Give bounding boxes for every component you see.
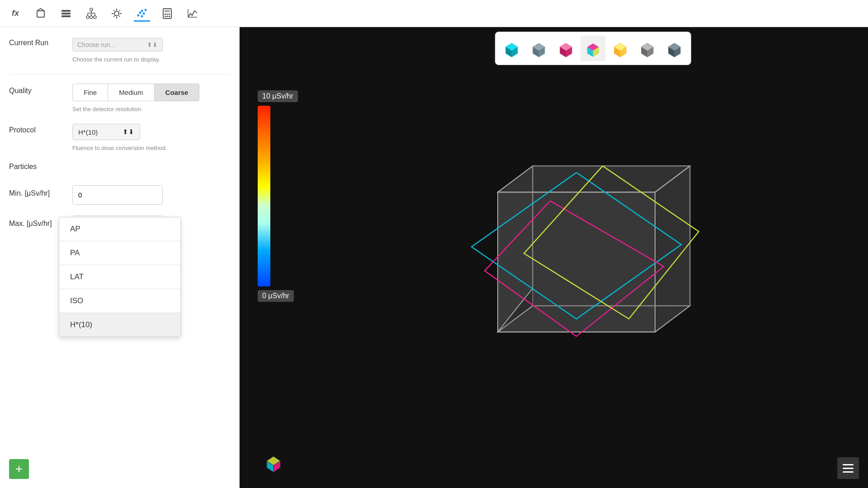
particles-label: Particles	[9, 163, 63, 171]
min-dose-section: Min. [μSv/hr] ▲ ▼	[9, 185, 230, 205]
toolbar-icons: fx	[7, 5, 201, 22]
protocol-section: Protocol H*(10) ⬆⬇ Fluence to dose conve…	[9, 124, 230, 152]
3d-box-container	[321, 72, 832, 452]
quality-hint: Set the detector resolution.	[72, 106, 142, 113]
svg-rect-34	[169, 16, 170, 17]
run-select-button[interactable]: Choose run... ⬆⬇	[72, 38, 163, 52]
svg-point-26	[141, 15, 143, 18]
fx-icon[interactable]: fx	[7, 5, 24, 22]
top-toolbar: fx	[0, 0, 868, 27]
quality-label: Quality	[9, 87, 63, 95]
protocol-option-hstar[interactable]: H*(10)	[59, 313, 180, 337]
shape-darkgray-cube-button[interactable]	[662, 36, 687, 61]
box-icon[interactable]	[33, 5, 49, 22]
quality-coarse-button[interactable]: Coarse	[155, 84, 200, 101]
svg-rect-29	[165, 14, 166, 15]
hierarchy-icon[interactable]	[83, 5, 99, 22]
protocol-hint: Fluence to dose conversion method.	[72, 145, 167, 151]
shape-bluegray-cube-button[interactable]	[526, 36, 552, 61]
hamburger-line-3	[843, 471, 854, 473]
main-area: Current Run Choose run... ⬆⬇ Choose the …	[0, 27, 868, 488]
max-dose-label: Max. [μSv/hr]	[9, 220, 63, 228]
protocol-option-ap[interactable]: AP	[59, 217, 180, 241]
left-panel: Current Run Choose run... ⬆⬇ Choose the …	[0, 27, 240, 488]
shape-magenta-cube-button[interactable]	[553, 36, 579, 61]
svg-rect-32	[165, 16, 166, 17]
svg-point-23	[141, 10, 143, 12]
svg-rect-1	[61, 10, 71, 12]
mini-cube	[258, 447, 289, 479]
3d-box-svg	[445, 131, 708, 393]
current-run-section: Current Run Choose run... ⬆⬇ Choose the …	[9, 38, 230, 63]
protocol-select[interactable]: H*(10) ⬆⬇	[72, 124, 140, 140]
svg-point-6	[90, 16, 93, 19]
svg-line-19	[119, 10, 120, 11]
protocol-value: H*(10)	[78, 128, 98, 136]
protocol-arrow-icon: ⬆⬇	[123, 128, 134, 136]
svg-rect-30	[167, 14, 168, 15]
shape-toolbar	[495, 32, 691, 65]
particles-section: Particles	[9, 163, 230, 174]
add-button[interactable]: +	[9, 459, 29, 479]
shape-gray-cube-button[interactable]	[635, 36, 660, 61]
svg-point-7	[94, 16, 96, 19]
run-select-arrow-icon: ⬆⬇	[147, 41, 158, 48]
current-run-label: Current Run	[9, 39, 63, 47]
hamburger-line-2	[843, 468, 854, 469]
svg-point-25	[145, 9, 147, 11]
svg-rect-28	[165, 10, 170, 12]
run-select-placeholder: Choose run...	[77, 41, 115, 48]
hamburger-line-1	[843, 464, 854, 465]
svg-point-22	[139, 12, 142, 14]
right-viewport: 10 μSv/hr 0 μSv/hr	[240, 27, 868, 488]
min-dose-input-wrapper: ▲ ▼	[72, 185, 163, 205]
scale-min-label: 0 μSv/hr	[258, 290, 294, 302]
protocol-dropdown-menu: AP PA LAT ISO H*(10)	[59, 217, 181, 337]
protocol-option-pa[interactable]: PA	[59, 241, 180, 265]
quality-group: Fine Medium Coarse	[72, 84, 199, 101]
protocol-option-lat[interactable]: LAT	[59, 265, 180, 289]
svg-rect-0	[37, 11, 44, 17]
calculator-icon[interactable]	[159, 5, 175, 22]
scale-max-label: 10 μSv/hr	[258, 90, 298, 102]
quality-medium-button[interactable]: Medium	[108, 84, 154, 101]
current-run-hint: Choose the current run to display.	[72, 56, 160, 63]
svg-rect-31	[169, 14, 170, 15]
shape-multi-cube-button[interactable]	[580, 36, 606, 61]
svg-rect-33	[167, 16, 168, 17]
scatter-icon[interactable]	[134, 5, 150, 22]
svg-rect-3	[61, 15, 71, 17]
quality-fine-button[interactable]: Fine	[72, 84, 108, 101]
layers-icon[interactable]	[58, 5, 74, 22]
shape-yellow-cube-button[interactable]	[608, 36, 633, 61]
svg-point-24	[143, 13, 145, 15]
linechart-icon[interactable]	[184, 5, 201, 22]
color-scale-bar	[258, 106, 270, 286]
quality-section: Quality Fine Medium Coarse Set the detec…	[9, 84, 230, 113]
svg-line-18	[119, 15, 120, 17]
svg-rect-2	[61, 13, 71, 14]
min-dose-input[interactable]	[73, 186, 163, 204]
color-scale: 10 μSv/hr 0 μSv/hr	[258, 90, 298, 302]
svg-point-12	[114, 11, 119, 16]
svg-line-20	[113, 15, 115, 17]
svg-point-4	[90, 8, 93, 11]
svg-line-17	[113, 10, 115, 11]
sun-icon[interactable]	[108, 5, 125, 22]
protocol-label: Protocol	[9, 126, 63, 134]
hamburger-menu-button[interactable]	[837, 457, 859, 479]
svg-point-21	[137, 14, 140, 17]
svg-point-5	[86, 16, 89, 19]
protocol-option-iso[interactable]: ISO	[59, 289, 180, 313]
min-dose-label: Min. [μSv/hr]	[9, 189, 63, 197]
shape-cyan-cube-button[interactable]	[499, 36, 524, 61]
